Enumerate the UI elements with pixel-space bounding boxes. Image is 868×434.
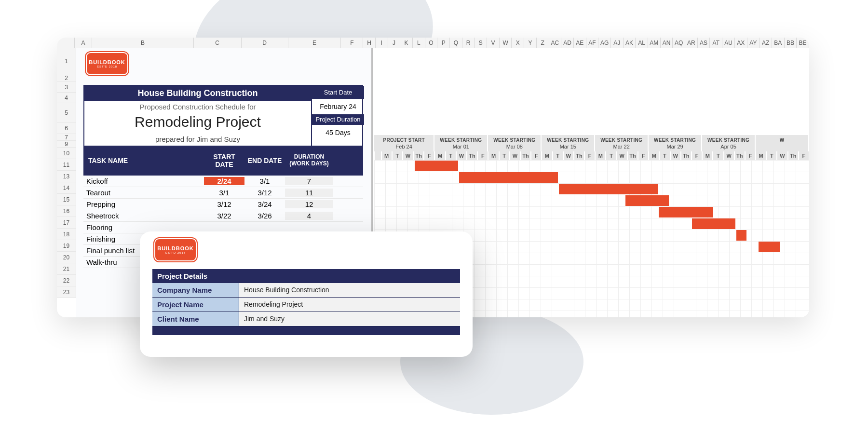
col-letter[interactable]: W: [500, 38, 512, 48]
task-duration[interactable]: 11: [285, 189, 333, 197]
task-name[interactable]: Flooring: [83, 223, 204, 231]
row-number[interactable]: 19: [57, 240, 76, 252]
task-row[interactable]: Prepping 3/12 3/24 12: [83, 199, 363, 210]
row-number[interactable]: 10: [57, 148, 76, 159]
gantt-bar[interactable]: [559, 184, 658, 194]
col-letter[interactable]: AM: [648, 38, 661, 48]
col-letter[interactable]: X: [512, 38, 524, 48]
task-end[interactable]: 3/24: [244, 200, 285, 208]
col-letter[interactable]: AR: [685, 38, 698, 48]
col-letter[interactable]: BE: [797, 38, 809, 48]
task-duration[interactable]: 7: [285, 177, 333, 185]
col-letter[interactable]: AK: [624, 38, 636, 48]
col-letter[interactable]: A: [75, 38, 93, 48]
task-row[interactable]: Tearout 3/1 3/12 11: [83, 187, 363, 199]
row-number[interactable]: 15: [57, 194, 76, 205]
task-end[interactable]: 3/26: [244, 212, 285, 220]
task-start[interactable]: 3/12: [204, 200, 244, 208]
col-letter[interactable]: B: [92, 38, 193, 48]
col-letter[interactable]: AN: [661, 38, 673, 48]
details-value[interactable]: House Building Construction: [239, 283, 460, 297]
row-numbers[interactable]: 1234567910111314151617181920212223: [57, 48, 76, 298]
col-letter[interactable]: AT: [710, 38, 722, 48]
task-row[interactable]: Sheetrock 3/22 3/26 4: [83, 210, 363, 222]
col-letter[interactable]: AE: [574, 38, 586, 48]
task-start[interactable]: 2/24: [204, 177, 244, 185]
task-start[interactable]: 3/1: [204, 189, 244, 197]
col-letter[interactable]: AD: [561, 38, 574, 48]
row-number[interactable]: 4: [57, 93, 76, 103]
row-number[interactable]: 9: [57, 141, 76, 148]
task-name[interactable]: Prepping: [83, 200, 204, 208]
col-letter[interactable]: AL: [636, 38, 648, 48]
row-number[interactable]: 20: [57, 252, 76, 263]
row-number[interactable]: 3: [57, 82, 76, 93]
row-number[interactable]: 16: [57, 205, 76, 217]
row-number[interactable]: 17: [57, 217, 76, 229]
col-letter[interactable]: BB: [785, 38, 797, 48]
row-number[interactable]: 21: [57, 263, 76, 275]
gantt-bar[interactable]: [692, 218, 735, 229]
col-letter[interactable]: P: [437, 38, 450, 48]
week-headers: PROJECT STARTFeb 24 WEEK STARTINGMar 01 …: [374, 135, 809, 151]
gantt-bar[interactable]: [736, 230, 746, 241]
col-letter[interactable]: AC: [549, 38, 562, 48]
col-letter[interactable]: AG: [598, 38, 611, 48]
row-number[interactable]: 5: [57, 103, 76, 122]
row-number[interactable]: 23: [57, 286, 76, 298]
col-letter[interactable]: AJ: [611, 38, 624, 48]
col-letter[interactable]: F: [341, 38, 363, 48]
col-letter[interactable]: Q: [450, 38, 462, 48]
col-letter[interactable]: Y: [524, 38, 537, 48]
col-letter[interactable]: Z: [537, 38, 549, 48]
task-end[interactable]: 3/12: [244, 189, 285, 197]
col-letter[interactable]: I: [376, 38, 388, 48]
col-letter[interactable]: H: [363, 38, 376, 48]
task-end[interactable]: 3/1: [244, 177, 285, 185]
row-number[interactable]: 13: [57, 171, 76, 182]
col-letter[interactable]: L: [413, 38, 425, 48]
row-number[interactable]: 11: [57, 159, 76, 171]
column-headers[interactable]: ABCDEFHIJKLOPQRSVWXYZACADAEAFAGAJAKALAMA…: [57, 38, 809, 48]
task-duration[interactable]: 12: [285, 200, 333, 208]
row-number[interactable]: 14: [57, 182, 76, 194]
col-letter[interactable]: C: [194, 38, 242, 48]
details-value[interactable]: Jim and Suzy: [239, 312, 460, 326]
row-number[interactable]: 2: [57, 74, 76, 82]
col-letter[interactable]: AX: [735, 38, 747, 48]
row-number[interactable]: 18: [57, 229, 76, 240]
col-letter[interactable]: AF: [586, 38, 599, 48]
col-letter[interactable]: AQ: [673, 38, 685, 48]
col-letter[interactable]: V: [487, 38, 500, 48]
col-letter[interactable]: AY: [747, 38, 760, 48]
gantt-bar[interactable]: [459, 172, 558, 183]
task-row[interactable]: Kickoff 2/24 3/1 7: [83, 176, 363, 187]
col-letter[interactable]: E: [288, 38, 341, 48]
col-letter[interactable]: AU: [722, 38, 735, 48]
task-start[interactable]: 3/22: [204, 212, 244, 220]
row-number[interactable]: 7: [57, 134, 76, 141]
task-duration[interactable]: 4: [285, 212, 333, 220]
gantt-bar[interactable]: [759, 242, 780, 252]
col-letter[interactable]: S: [475, 38, 487, 48]
col-letter[interactable]: O: [425, 38, 438, 48]
day-label: Th: [467, 151, 477, 160]
task-name[interactable]: Kickoff: [83, 177, 204, 185]
row-number[interactable]: 1: [57, 48, 76, 74]
week-header: WEEK STARTINGMar 29: [649, 135, 702, 151]
col-letter[interactable]: BA: [772, 38, 785, 48]
gantt-bar[interactable]: [625, 195, 669, 206]
gantt-bar[interactable]: [415, 161, 458, 171]
task-name[interactable]: Tearout: [83, 189, 204, 197]
details-value[interactable]: Remodeling Project: [239, 298, 460, 312]
gantt-bar[interactable]: [659, 207, 713, 217]
col-letter[interactable]: K: [400, 38, 413, 48]
row-number[interactable]: 6: [57, 122, 76, 134]
col-letter[interactable]: J: [388, 38, 401, 48]
task-name[interactable]: Sheetrock: [83, 212, 204, 220]
col-letter[interactable]: AZ: [760, 38, 772, 48]
row-number[interactable]: 22: [57, 275, 76, 286]
col-letter[interactable]: R: [462, 38, 475, 48]
col-letter[interactable]: AS: [698, 38, 710, 48]
col-letter[interactable]: D: [242, 38, 288, 48]
